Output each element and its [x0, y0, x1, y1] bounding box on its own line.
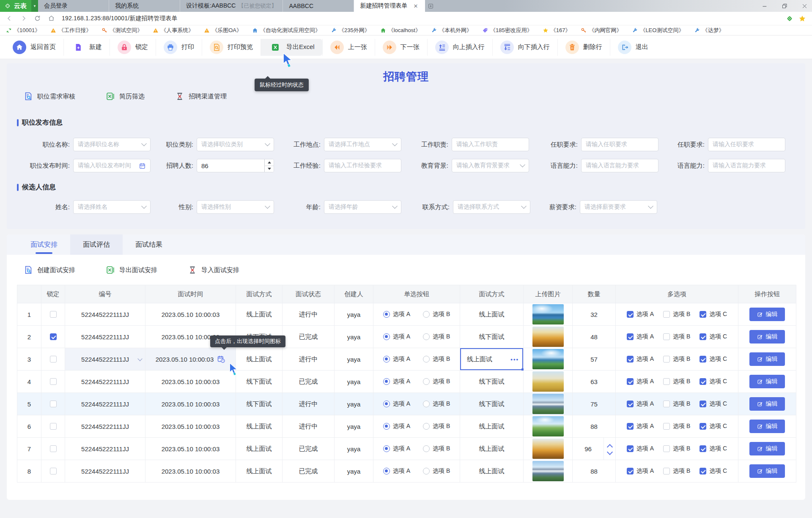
image-cell[interactable] — [524, 348, 573, 371]
time-cell[interactable]: 2023.05.10 10:00:03 — [145, 371, 236, 393]
radio-option-0[interactable]: 选项 A — [383, 378, 410, 385]
image-cell[interactable] — [524, 415, 573, 438]
bookmark-item-4[interactable]: 《乐图OA》 — [204, 27, 242, 34]
toolbar-delete-row-button[interactable]: 删除行 — [557, 39, 610, 56]
job-requirement-input-2[interactable]: 请输入任职要求 — [708, 138, 785, 151]
toolbar-insert-row-above-button[interactable]: 向上插入行 — [427, 39, 492, 56]
mode2-cell[interactable]: 线上面试 — [460, 415, 524, 438]
checkbox-option-1[interactable]: 选项 B — [663, 400, 690, 408]
edit-button[interactable]: 编辑 — [749, 330, 785, 344]
mode2-cell[interactable]: 线下面试 — [460, 371, 524, 393]
radio-option-1[interactable]: 选项 B — [423, 355, 450, 363]
checkbox-option-0[interactable]: 选项 A — [627, 423, 654, 430]
qty-cell[interactable]: 48 — [573, 326, 616, 348]
checkbox-option-1[interactable]: 选项 B — [663, 467, 690, 475]
checkbox-option-2[interactable]: 选项 C — [700, 333, 727, 341]
time-cell[interactable]: 2023.05.10 10:00:03 — [145, 303, 236, 326]
interview-tab-0[interactable]: 面试安排 — [18, 234, 70, 255]
bookmark-item-7[interactable]: 《localhost》 — [380, 27, 421, 34]
bookmark-item-5[interactable]: 《自动化测试应用空间》 — [252, 27, 321, 34]
checkbox-option-2[interactable]: 选项 C — [700, 445, 727, 453]
uploaded-image[interactable] — [532, 461, 564, 481]
salary-select[interactable]: 请选择薪资要求 — [580, 200, 657, 214]
uploaded-image[interactable] — [532, 439, 564, 459]
checkbox-option-0[interactable]: 选项 A — [627, 311, 654, 318]
checkbox-option-0[interactable]: 选项 A — [627, 445, 654, 453]
edit-button[interactable]: 编辑 — [749, 352, 785, 366]
code-cell[interactable]: 522445222111JJ — [65, 303, 145, 326]
edit-button[interactable]: 编辑 — [749, 308, 785, 321]
qty-cell[interactable]: 32 — [573, 303, 616, 326]
uploaded-image[interactable] — [532, 327, 564, 347]
favorite-star-icon[interactable] — [798, 15, 806, 22]
edit-button[interactable]: 编辑 — [749, 397, 785, 411]
edit-button[interactable]: 编辑 — [749, 464, 785, 478]
qty-spinner[interactable] — [604, 438, 615, 460]
qty-cell[interactable]: 96 — [573, 438, 616, 460]
yunbiao-logo[interactable]: 云表 ▾ — [0, 0, 38, 12]
bookmark-item-1[interactable]: 《工作日报》 — [50, 27, 91, 34]
restore-icon[interactable] — [782, 3, 788, 9]
mode-cell[interactable]: 线上面试 — [236, 438, 283, 460]
refresh-icon[interactable] — [34, 15, 41, 22]
image-cell[interactable] — [524, 438, 573, 460]
time-cell[interactable]: 2023.05.10 10:00:03 — [145, 393, 236, 415]
mode2-cell[interactable]: 线上面试 — [460, 438, 524, 460]
mode2-cell[interactable]: 线上面试 — [460, 460, 524, 483]
checkbox-option-0[interactable]: 选项 A — [627, 378, 654, 385]
checkbox-option-2[interactable]: 选项 C — [700, 423, 727, 430]
uploaded-image[interactable] — [532, 304, 564, 324]
qty-cell[interactable]: 88 — [573, 415, 616, 438]
url-text[interactable]: 192.168.1.235:88/10001/新建招聘管理表单 — [62, 15, 178, 22]
checkbox-option-2[interactable]: 选项 C — [700, 355, 727, 363]
uploaded-image[interactable] — [532, 371, 564, 392]
qty-cell[interactable]: 75 — [573, 393, 616, 415]
home-outline-icon[interactable] — [48, 15, 55, 22]
checkbox-option-2[interactable]: 选项 C — [700, 378, 727, 385]
browser-tab-4[interactable]: 新建招聘管理表单✕ — [354, 0, 425, 12]
bookmark-item-0[interactable]: 《10001》 — [6, 27, 40, 34]
image-cell[interactable] — [524, 303, 573, 326]
bookmark-item-6[interactable]: 《235外网》 — [331, 27, 370, 34]
bookmark-item-3[interactable]: 《人事系统》 — [153, 27, 194, 34]
time-cell[interactable]: 2023.05.10 10:00:03 — [145, 348, 236, 371]
checkbox-option-1[interactable]: 选项 B — [663, 333, 690, 341]
bookmark-item-8[interactable]: 《本机外网》 — [431, 27, 472, 34]
radio-option-1[interactable]: 选项 B — [423, 378, 450, 385]
radio-option-0[interactable]: 选项 A — [383, 400, 410, 408]
radio-option-0[interactable]: 选项 A — [383, 355, 410, 363]
lock-checkbox[interactable] — [50, 468, 57, 474]
logo-dropdown-icon[interactable]: ▾ — [31, 0, 38, 12]
radio-option-1[interactable]: 选项 B — [423, 400, 450, 408]
toolbar-new-doc-button[interactable]: 新建 — [63, 39, 110, 56]
lock-checkbox[interactable] — [50, 333, 57, 340]
action-2[interactable]: 导入面试安排 — [188, 265, 239, 275]
code-cell[interactable]: 522445222111JJ — [65, 348, 145, 371]
checkbox-option-2[interactable]: 选项 C — [700, 400, 727, 408]
toolbar-lock-button[interactable]: 锁定 — [110, 39, 156, 56]
more-options-icon[interactable]: ••• — [510, 356, 519, 363]
bookmark-item-9[interactable]: 《185密改应用》 — [482, 27, 532, 34]
toolbar-home-button[interactable]: 返回首页 — [5, 39, 63, 56]
qty-cell[interactable]: 57 — [573, 348, 616, 371]
edit-button[interactable]: 编辑 — [749, 375, 785, 388]
toolbar-insert-row-below-button[interactable]: 向下插入行 — [492, 39, 557, 56]
code-cell[interactable]: 522445222111JJ — [65, 438, 145, 460]
mode-cell[interactable]: 线下面试 — [236, 393, 283, 415]
image-cell[interactable] — [524, 460, 573, 483]
radio-option-0[interactable]: 选项 A — [383, 467, 410, 475]
qty-cell[interactable]: 88 — [573, 460, 616, 483]
checkbox-option-1[interactable]: 选项 B — [663, 445, 690, 453]
checkbox-option-1[interactable]: 选项 B — [663, 378, 690, 385]
uploaded-image[interactable] — [532, 349, 564, 369]
uploaded-image[interactable] — [532, 416, 564, 436]
code-cell[interactable]: 522445222111JJ — [65, 460, 145, 483]
interview-tab-2[interactable]: 面试结果 — [123, 234, 175, 255]
browser-tab-2[interactable]: 设计模板:AABBCC【已被您锁定】 — [180, 0, 283, 12]
toolbar-next-button[interactable]: 下一张 — [375, 39, 427, 56]
checkbox-option-2[interactable]: 选项 C — [700, 311, 727, 318]
lock-checkbox[interactable] — [50, 356, 57, 363]
minimize-icon[interactable] — [762, 3, 768, 9]
mode-cell[interactable]: 线上面试 — [236, 460, 283, 483]
radio-option-1[interactable]: 选项 B — [423, 445, 450, 453]
